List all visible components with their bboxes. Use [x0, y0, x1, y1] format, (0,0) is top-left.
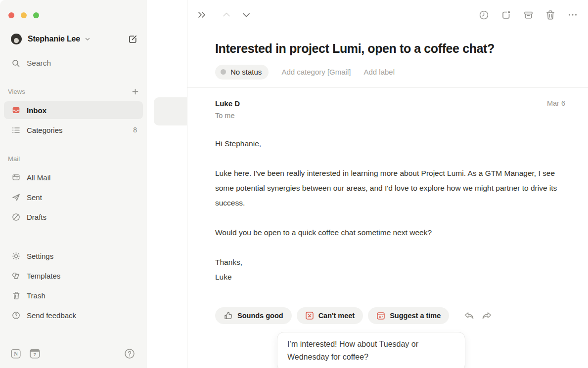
recipient-line[interactable]: To me — [215, 112, 240, 120]
compose-button[interactable] — [126, 33, 139, 45]
views-header-label: Views — [8, 88, 25, 95]
email-subject: Interested in project Lumi, open to a co… — [215, 41, 565, 56]
minimize-window-button[interactable] — [21, 12, 27, 18]
chevron-down-icon — [85, 36, 90, 42]
drafts-icon — [12, 213, 20, 221]
sidebar-item-send-feedback[interactable]: Send feedback — [4, 306, 143, 324]
add-view-button[interactable] — [132, 88, 139, 95]
email-meta-chips: No status Add category [Gmail] Add label — [215, 64, 565, 80]
search-placeholder: Search — [27, 59, 51, 68]
all-mail-icon — [12, 173, 20, 182]
calendar-app-icon[interactable]: 7 — [30, 349, 40, 359]
search-icon — [12, 59, 20, 68]
sidebar-item-categories[interactable]: Categories 8 — [4, 121, 143, 139]
user-name: Stephanie Lee — [28, 35, 80, 43]
views-section-header: Views — [8, 84, 139, 98]
account-switcher[interactable]: Stephanie Lee — [11, 31, 139, 47]
sidebar-item-all-mail[interactable]: All Mail — [4, 168, 143, 186]
sidebar-item-label: Drafts — [27, 213, 46, 221]
sidebar-item-label: Templates — [27, 272, 60, 280]
sidebar: Stephanie Lee Search Views Inbox — [0, 0, 147, 368]
trash-icon — [12, 291, 20, 300]
search-input[interactable]: Search — [12, 55, 139, 71]
message-header: Luke D To me Mar 6 — [215, 99, 565, 120]
avatar — [11, 34, 22, 44]
suggested-reply-text: I’m interested! How about Tuesday or Wed… — [287, 338, 455, 363]
categories-count: 8 — [133, 126, 137, 134]
svg-text:7: 7 — [34, 352, 36, 357]
gear-icon — [12, 252, 20, 260]
help-button[interactable] — [124, 348, 135, 359]
categories-icon — [12, 126, 20, 134]
close-window-button[interactable] — [8, 12, 14, 18]
sidebar-item-label: All Mail — [27, 173, 50, 182]
sidebar-item-label: Trash — [27, 291, 45, 300]
body-greeting: Hi Stephanie, — [215, 136, 565, 151]
calendar-icon — [376, 311, 385, 320]
notion-logo-icon[interactable]: N — [11, 349, 21, 359]
question-circle-icon — [12, 311, 20, 320]
forward-icon[interactable] — [481, 311, 493, 321]
sidebar-footer: N 7 — [0, 346, 147, 368]
templates-icon — [12, 272, 20, 280]
sidebar-item-inbox[interactable]: Inbox — [4, 101, 143, 119]
add-category-button[interactable]: Add category [Gmail] — [281, 68, 351, 76]
body-paragraph: Luke here. I've been really interested i… — [215, 166, 565, 210]
body-paragraph: Would you be open to a quick coffee chat… — [215, 225, 565, 240]
sidebar-item-templates[interactable]: Templates — [4, 267, 143, 285]
sidebar-item-trash[interactable]: Trash — [4, 286, 143, 304]
sidebar-item-settings[interactable]: Settings — [4, 247, 143, 265]
body-signoff: Thanks,Luke — [215, 255, 565, 285]
sidebar-item-label: Inbox — [27, 106, 46, 115]
selected-mail-list-item[interactable] — [154, 97, 187, 125]
suggested-reply-card[interactable]: I’m interested! How about Tuesday or Wed… — [277, 332, 465, 368]
quick-reply-label: Sounds good — [237, 312, 283, 320]
reply-icon[interactable] — [463, 311, 475, 321]
sidebar-item-label: Settings — [27, 252, 53, 260]
quick-reply-suggest-time[interactable]: Suggest a time — [368, 307, 449, 324]
zoom-window-button[interactable] — [33, 12, 39, 18]
inbox-icon — [12, 106, 20, 115]
email-pane: Interested in project Lumi, open to a co… — [187, 0, 588, 368]
x-square-icon — [305, 311, 314, 320]
mail-header-label: Mail — [8, 155, 20, 163]
sidebar-item-label: Sent — [27, 193, 42, 202]
window-controls — [0, 0, 147, 18]
thumbs-up-icon — [224, 311, 233, 321]
sidebar-item-label: Categories — [27, 126, 63, 134]
sidebar-item-label: Send feedback — [27, 311, 76, 320]
add-label-button[interactable]: Add label — [363, 68, 395, 76]
status-chip[interactable]: No status — [215, 65, 269, 80]
quick-reply-row: Sounds good Can't meet Suggest a time — [215, 307, 565, 324]
sender-name: Luke D — [215, 99, 240, 108]
svg-text:N: N — [14, 351, 18, 357]
sender-block: Luke D To me — [215, 99, 240, 120]
mail-section-header: Mail — [8, 152, 139, 165]
message-date: Mar 6 — [547, 99, 565, 120]
message-body: Hi Stephanie, Luke here. I've been reall… — [215, 136, 565, 285]
app-window: Stephanie Lee Search Views Inbox — [0, 0, 588, 368]
status-label: No status — [230, 68, 262, 76]
collapsed-mail-list — [147, 0, 187, 368]
email-content: Interested in project Lumi, open to a co… — [187, 0, 588, 324]
send-icon — [12, 193, 20, 202]
reply-forward-group — [463, 311, 493, 321]
sidebar-item-sent[interactable]: Sent — [4, 188, 143, 206]
quick-reply-label: Can't meet — [318, 312, 355, 320]
quick-reply-cant-meet[interactable]: Can't meet — [297, 307, 363, 324]
status-dot-icon — [221, 69, 226, 75]
sidebar-item-drafts[interactable]: Drafts — [4, 208, 143, 226]
quick-reply-sounds-good[interactable]: Sounds good — [215, 307, 292, 324]
quick-reply-label: Suggest a time — [390, 312, 441, 320]
